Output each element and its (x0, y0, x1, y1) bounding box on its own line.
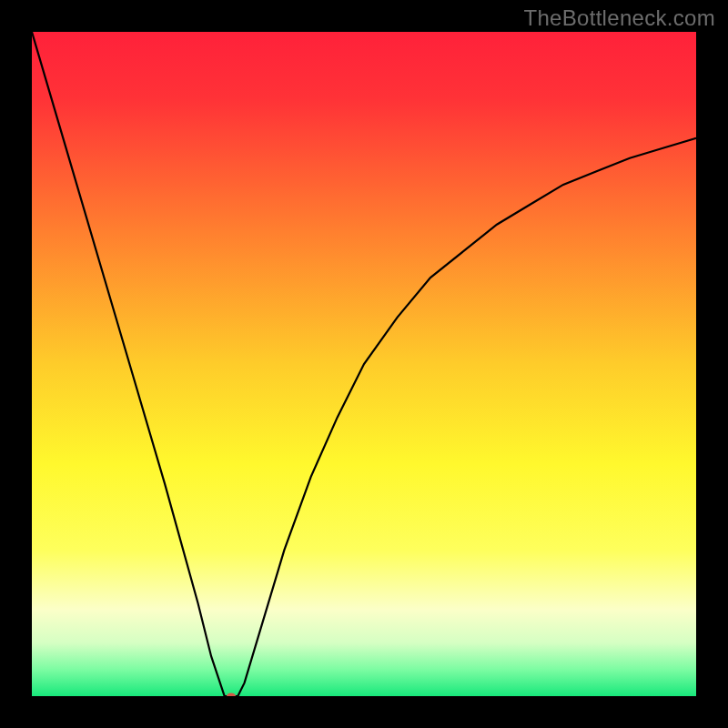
bottleneck-chart (32, 32, 696, 696)
watermark-text: TheBottleneck.com (523, 5, 715, 31)
chart-frame: TheBottleneck.com (0, 0, 728, 728)
